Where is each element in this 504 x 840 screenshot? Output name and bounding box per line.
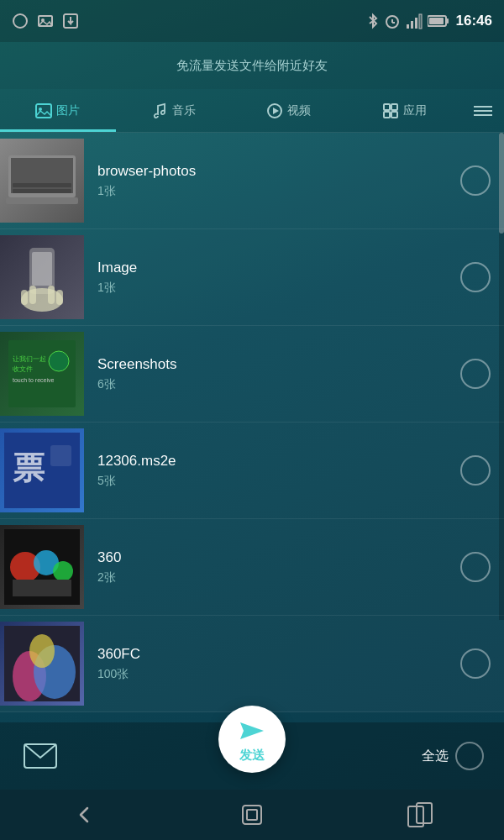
- svg-rect-33: [56, 290, 63, 305]
- svg-rect-26: [13, 183, 71, 187]
- tab-photos[interactable]: 图片: [0, 89, 116, 132]
- item-info-12306: 12306.ms2e 5张: [97, 453, 460, 489]
- item-info-image: Image 1张: [97, 260, 460, 296]
- svg-rect-25: [13, 189, 71, 193]
- apps-tab-icon: [382, 102, 399, 119]
- thumbnail-screenshots: 让我们一起 收文件 touch to receive: [0, 332, 84, 416]
- thumbnail-image: [0, 235, 84, 319]
- svg-rect-31: [29, 286, 36, 304]
- svg-rect-12: [446, 18, 449, 24]
- list-item[interactable]: 票 12306.ms2e 5张: [0, 423, 504, 519]
- svg-rect-24: [6, 197, 78, 204]
- bluetooth-icon: [367, 13, 379, 29]
- item-name: 360: [97, 549, 460, 566]
- svg-text:让我们一起: 让我们一起: [13, 355, 46, 363]
- svg-rect-14: [36, 104, 51, 118]
- svg-rect-46: [13, 580, 71, 596]
- thumbnail-360: [0, 525, 84, 609]
- select-radio-screenshots[interactable]: [460, 359, 491, 389]
- item-count: 2张: [97, 570, 460, 585]
- item-count: 100张: [97, 667, 460, 682]
- svg-rect-20: [384, 112, 390, 118]
- nav-home-button[interactable]: [227, 798, 277, 832]
- select-radio-browser-photos[interactable]: [460, 165, 491, 196]
- scrollbar-track: [499, 133, 504, 620]
- nav-bar: [0, 790, 504, 840]
- svg-rect-55: [247, 810, 257, 820]
- battery-icon: [428, 15, 449, 27]
- scrollbar-thumb[interactable]: [499, 133, 504, 234]
- item-count: 1张: [97, 281, 460, 296]
- item-count: 5张: [97, 474, 460, 489]
- list-item[interactable]: 360 2张: [0, 519, 504, 616]
- list-item[interactable]: browser-photos 1张: [0, 133, 504, 229]
- home-icon: [239, 802, 265, 827]
- select-all-label: 全选: [422, 748, 449, 765]
- svg-rect-34: [8, 340, 76, 407]
- tab-apps[interactable]: 应用: [347, 89, 463, 132]
- back-icon: [72, 803, 96, 827]
- alarm-icon: [384, 13, 401, 29]
- download-status-icon: [62, 13, 79, 29]
- svg-text:收文件: 收文件: [13, 365, 33, 373]
- play-tab-icon: [266, 102, 283, 119]
- svg-point-50: [29, 634, 55, 668]
- status-right-icons: 16:46: [367, 13, 492, 29]
- svg-point-45: [53, 561, 73, 581]
- signal-icon: [406, 13, 423, 29]
- tab-apps-label: 应用: [403, 103, 427, 118]
- thumbnail-12306: 票: [0, 428, 84, 512]
- select-radio-image[interactable]: [460, 262, 491, 292]
- select-all[interactable]: 全选: [422, 742, 484, 770]
- item-name: 12306.ms2e: [97, 453, 460, 470]
- list-item[interactable]: 360FC 100张: [0, 616, 504, 712]
- select-radio-360[interactable]: [460, 552, 491, 582]
- svg-rect-19: [391, 104, 397, 110]
- svg-point-38: [49, 351, 69, 371]
- svg-rect-7: [407, 24, 409, 29]
- item-info-screenshots: Screenshots 6张: [97, 356, 460, 392]
- header: 免流量发送文件给附近好友: [0, 42, 504, 89]
- svg-rect-8: [411, 21, 413, 29]
- thumbnail-browser-photos: [0, 139, 84, 223]
- bottom-bar: 发送 全选: [0, 722, 504, 790]
- item-info-browser-photos: browser-photos 1张: [97, 163, 460, 199]
- send-button[interactable]: 发送: [218, 706, 286, 773]
- tab-bar: 图片 音乐 视频 应用: [0, 89, 504, 133]
- nav-recents-button[interactable]: [395, 798, 445, 832]
- tab-video[interactable]: 视频: [231, 89, 347, 132]
- tab-menu-button[interactable]: [462, 89, 504, 132]
- svg-point-0: [13, 14, 27, 28]
- svg-text:票: 票: [13, 450, 45, 486]
- item-name: browser-photos: [97, 163, 460, 180]
- recents-icon: [407, 801, 433, 828]
- select-radio-360fc[interactable]: [460, 648, 491, 679]
- send-icon: [237, 716, 267, 746]
- svg-rect-23: [11, 158, 73, 193]
- svg-rect-41: [50, 445, 71, 466]
- thumbnail-360fc: [0, 622, 84, 706]
- music-tab-icon: [151, 102, 168, 119]
- item-name: Screenshots: [97, 356, 460, 373]
- svg-rect-18: [384, 104, 390, 110]
- clock: 16:46: [456, 13, 492, 29]
- nav-back-button[interactable]: [59, 798, 109, 832]
- select-radio-12306[interactable]: [460, 455, 491, 486]
- list-item[interactable]: 让我们一起 收文件 touch to receive Screenshots 6…: [0, 326, 504, 423]
- tab-photos-label: 图片: [56, 103, 80, 118]
- item-info-360fc: 360FC 100张: [97, 646, 460, 682]
- menu-icon: [474, 106, 492, 116]
- svg-rect-32: [48, 286, 55, 304]
- tab-music[interactable]: 音乐: [116, 89, 232, 132]
- svg-rect-21: [391, 112, 397, 118]
- mail-button[interactable]: [20, 736, 60, 776]
- item-name: Image: [97, 260, 460, 276]
- item-name: 360FC: [97, 646, 460, 663]
- list-item[interactable]: Image 1张: [0, 229, 504, 326]
- image-tab-icon: [35, 102, 52, 119]
- item-count: 6张: [97, 377, 460, 392]
- file-list: browser-photos 1张 Image: [0, 133, 504, 722]
- select-all-radio[interactable]: [455, 742, 484, 770]
- header-title: 免流量发送文件给附近好友: [176, 58, 328, 74]
- status-bar: 16:46: [0, 0, 504, 42]
